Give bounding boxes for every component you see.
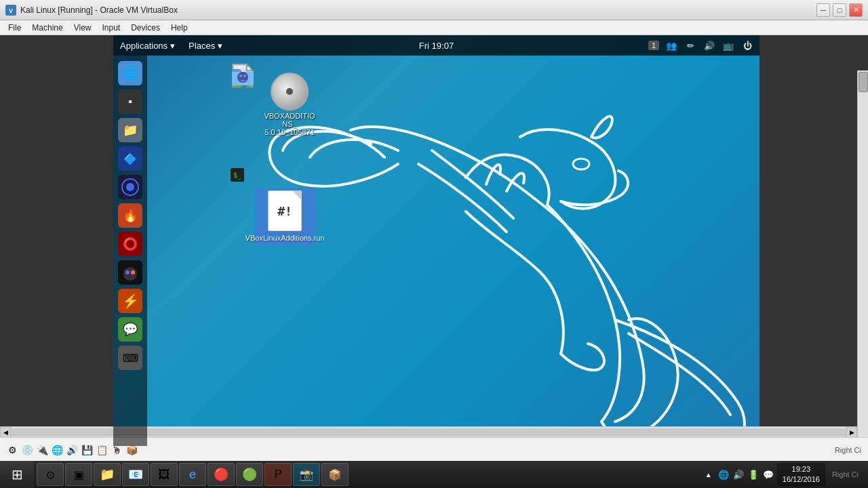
taskbar-cortana[interactable]: ⊙ xyxy=(37,463,64,486)
scrollbar-thumb-right[interactable] xyxy=(859,72,868,92)
kali-clock: Fri 19:07 xyxy=(419,41,454,51)
systray-network[interactable]: 🌐 xyxy=(717,468,730,481)
dock-icon-files[interactable]: 📁 xyxy=(118,118,142,142)
status-icon-cd[interactable]: 💿 xyxy=(20,443,34,457)
cd-icon[interactable]: VBOXADDITIONS_5.0.16_105871 xyxy=(262,73,317,136)
vm-viewport: Applications ▾ Places ▾ Fri 19:07 1 👥 ✏ … xyxy=(0,35,868,462)
svg-text:V: V xyxy=(9,7,13,14)
menu-help[interactable]: Help xyxy=(165,22,193,34)
kali-panel: Applications ▾ Places ▾ Fri 19:07 1 👥 ✏ … xyxy=(113,35,760,56)
systray-battery[interactable]: 🔋 xyxy=(747,468,760,481)
cd-icon-label: VBOXADDITIONS_5.0.16_105871 xyxy=(262,112,317,136)
status-icon-settings[interactable]: ⚙ xyxy=(5,443,19,457)
dock-icon-orange[interactable]: 🔥 xyxy=(118,203,142,228)
status-icon-usb[interactable]: 🔌 xyxy=(35,443,49,457)
menu-devices[interactable]: Devices xyxy=(125,22,165,34)
svg-point-4 xyxy=(126,183,134,191)
kali-panel-right: 1 👥 ✏ 🔊 📺 ⏻ xyxy=(648,39,760,52)
taskbar-task-view[interactable]: ▣ xyxy=(65,463,92,486)
terminal-small-icon[interactable]: $_ xyxy=(231,168,244,184)
taskbar-virtualbox[interactable]: 📦 xyxy=(321,463,349,486)
clock-date: 16/12/2016 xyxy=(783,474,820,485)
dock-icon-flash[interactable]: ⚡ xyxy=(118,289,142,313)
taskbar-items: ⊙ ▣ 📁 📧 🖼 e 🔴 🟢 P 📸 📦 xyxy=(34,463,703,486)
applications-menu-button[interactable]: Applications ▾ xyxy=(113,38,182,54)
taskbar-photos[interactable]: 🖼 xyxy=(151,463,178,486)
taskbar-edge[interactable]: e xyxy=(179,463,206,486)
dock-icon-network[interactable]: 🌐 xyxy=(118,61,142,85)
taskbar-opera[interactable]: 🔴 xyxy=(208,463,235,486)
status-right-text: Right Ci xyxy=(835,446,868,454)
status-icon-clipboard[interactable]: 📋 xyxy=(95,443,108,457)
display-icon[interactable]: 📺 xyxy=(722,39,735,52)
dock-icon-terminal[interactable]: ▪ xyxy=(118,89,142,114)
dock-icon-chat[interactable]: 💬 xyxy=(118,317,142,342)
title-bar-left: V Kali Linux [Running] - Oracle VM Virtu… xyxy=(5,5,178,16)
script-file-label: VBoxLinuxAdditions.run xyxy=(245,234,325,242)
svg-point-9 xyxy=(573,159,589,169)
svg-point-7 xyxy=(125,270,130,274)
workspace-badge[interactable]: 1 xyxy=(648,41,659,50)
scroll-arrow-left[interactable]: ◀ xyxy=(0,427,11,438)
taskbar-explorer[interactable]: 📁 xyxy=(94,463,121,486)
minimize-button[interactable]: ─ xyxy=(816,3,830,17)
status-icon-audio[interactable]: 🔊 xyxy=(65,443,79,457)
edit-icon: ✏ xyxy=(684,39,697,52)
places-menu-button[interactable]: Places ▾ xyxy=(182,38,229,54)
dock-icon-keyboard[interactable]: ⌨ xyxy=(118,346,142,370)
dock-icon-maltego[interactable] xyxy=(118,175,142,199)
volume-icon[interactable]: 🔊 xyxy=(703,39,716,52)
vbox-additions-icon[interactable] xyxy=(231,64,255,88)
menu-view[interactable]: View xyxy=(68,22,97,34)
script-file-highlight: #! VBoxLinuxAdditions.run xyxy=(254,188,315,245)
taskbar-mail[interactable]: 📧 xyxy=(122,463,149,486)
dock-icon-red[interactable]: ⭕ xyxy=(118,232,142,256)
taskbar-snagit[interactable]: 📸 xyxy=(293,463,320,486)
script-content: #! xyxy=(277,204,292,218)
close-button[interactable]: ✕ xyxy=(849,3,863,17)
clock-time: 19:23 xyxy=(783,464,820,474)
users-icon: 👥 xyxy=(665,39,678,52)
windows-taskbar: ⊞ ⊙ ▣ 📁 📧 🖼 e 🔴 🟢 P 📸 📦 ▲ 🌐 🔊 🔋 💬 19:23 … xyxy=(0,461,868,488)
menu-input[interactable]: Input xyxy=(97,22,126,34)
cd-center xyxy=(286,88,293,95)
vbox-icon-image xyxy=(231,64,255,88)
systray-expand[interactable]: ▲ xyxy=(703,468,715,481)
systray-volume[interactable]: 🔊 xyxy=(732,468,745,481)
status-icon-network[interactable]: 🌐 xyxy=(50,443,64,457)
start-button[interactable]: ⊞ xyxy=(0,461,34,488)
svg-point-14 xyxy=(239,75,242,77)
vbox-run-script-icon[interactable]: #! VBoxLinuxAdditions.run xyxy=(254,188,315,245)
menu-file[interactable]: File xyxy=(3,22,26,34)
vbox-scrollbar-right[interactable] xyxy=(857,70,868,477)
svg-point-15 xyxy=(243,75,246,77)
title-bar: V Kali Linux [Running] - Oracle VM Virtu… xyxy=(0,0,868,20)
kali-desktop[interactable]: VBOXADDITIONS_5.0.16_105871 xyxy=(113,35,760,446)
kali-dragon xyxy=(249,76,760,428)
svg-point-8 xyxy=(131,270,135,274)
maximize-button[interactable]: □ xyxy=(833,3,846,17)
status-icon-hdd[interactable]: 💾 xyxy=(80,443,94,457)
menu-machine[interactable]: Machine xyxy=(26,22,68,34)
power-icon[interactable]: ⏻ xyxy=(741,39,754,52)
applications-arrow: ▾ xyxy=(170,41,175,51)
places-arrow: ▾ xyxy=(218,41,222,51)
windows-clock[interactable]: 19:23 16/12/2016 xyxy=(777,463,825,487)
taskbar-chrome[interactable]: 🟢 xyxy=(236,463,263,486)
script-file-image: #! xyxy=(268,190,302,231)
places-label: Places xyxy=(189,41,215,51)
dock-icon-cat[interactable] xyxy=(118,260,142,285)
vbox-menubar: File Machine View Input Devices Help xyxy=(0,20,868,35)
window-title: Kali Linux [Running] - Oracle VM Virtual… xyxy=(20,5,178,15)
scroll-arrow-right[interactable]: ▶ xyxy=(846,427,857,438)
virtualbox-icon: V xyxy=(5,5,16,16)
applications-label: Applications xyxy=(120,41,167,51)
svg-point-6 xyxy=(123,267,137,281)
svg-text:$_: $_ xyxy=(233,171,242,180)
systray: ▲ 🌐 🔊 🔋 💬 19:23 16/12/2016 Right Ci xyxy=(703,463,868,487)
cd-disc-image xyxy=(271,73,309,110)
systray-action-center[interactable]: 💬 xyxy=(762,468,774,481)
dock-icon-blue[interactable]: 🔷 xyxy=(118,146,142,171)
taskbar-powerpoint[interactable]: P xyxy=(264,463,292,486)
right-click-label: Right Ci xyxy=(828,470,863,479)
